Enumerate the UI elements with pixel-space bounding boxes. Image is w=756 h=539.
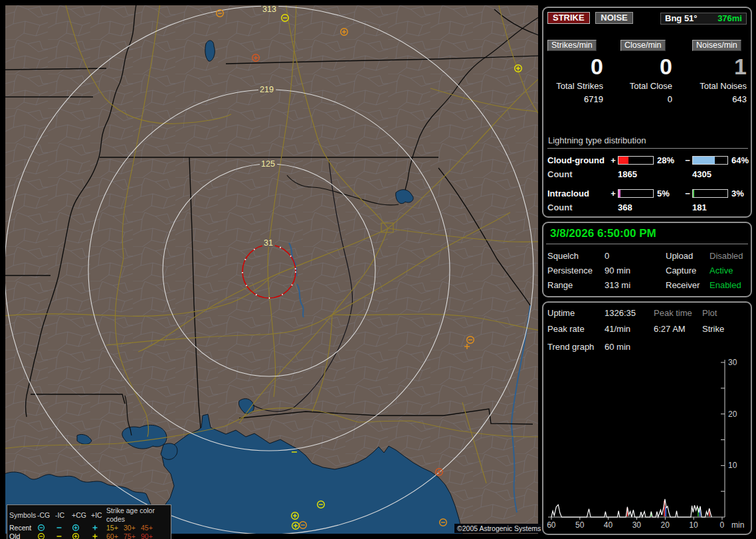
cg-pos-recent-icon bbox=[72, 524, 91, 532]
age-code: 90+ bbox=[141, 532, 158, 539]
lightning-distribution: Lightning type distribution Cloud-ground… bbox=[547, 135, 748, 215]
capture-status: Active bbox=[709, 266, 747, 275]
counters-panel: STRIKE NOISE Bng 51° 376mi Strikes/min 0… bbox=[542, 7, 752, 218]
ic-pos-old-icon bbox=[91, 532, 106, 539]
ic-neg-recent-icon bbox=[55, 524, 72, 532]
cg-neg-old-icon bbox=[37, 532, 55, 539]
svg-text:40: 40 bbox=[604, 520, 613, 530]
noises-per-min-value: 1 bbox=[674, 54, 748, 78]
cg-neg-recent-icon bbox=[37, 524, 55, 532]
total-close-label: Total Close bbox=[605, 81, 674, 91]
close-per-min-label: Close/min bbox=[620, 40, 666, 51]
svg-text:30: 30 bbox=[632, 520, 642, 530]
age-code: 60+ bbox=[106, 532, 124, 539]
strike-toggle-button[interactable]: STRIKE bbox=[547, 12, 590, 24]
bearing-value: Bng 51° bbox=[665, 13, 698, 23]
cg-neg-count: 4305 bbox=[692, 169, 748, 179]
svg-text:10: 10 bbox=[728, 461, 737, 470]
svg-text:10: 10 bbox=[689, 520, 698, 530]
minus-sign: − bbox=[683, 189, 692, 198]
legend-row-old-label: Old bbox=[9, 532, 37, 539]
range-value: 313 mi bbox=[605, 280, 666, 290]
ic-pos-count: 368 bbox=[618, 202, 683, 212]
total-strikes-value: 6719 bbox=[547, 94, 605, 104]
cg-pos-old-icon bbox=[72, 532, 91, 539]
distribution-title: Lightning type distribution bbox=[547, 135, 748, 149]
plus-sign: + bbox=[609, 155, 618, 165]
svg-text:min: min bbox=[731, 520, 744, 530]
svg-text:20: 20 bbox=[661, 520, 670, 530]
svg-text:31: 31 bbox=[264, 238, 273, 248]
map-legend: Symbols -CG -IC +CG +IC Strike age color… bbox=[7, 504, 171, 539]
age-code: 15+ bbox=[106, 524, 124, 532]
svg-text:0: 0 bbox=[720, 520, 725, 530]
legend-header-ic-pos: +IC bbox=[91, 511, 106, 520]
intracloud-label: Intracloud bbox=[547, 189, 609, 198]
ic-pos-percent: 5% bbox=[654, 189, 683, 198]
total-noises-value: 643 bbox=[674, 94, 748, 104]
ic-neg-count: 181 bbox=[692, 202, 748, 212]
ic-pos-recent-icon bbox=[91, 524, 106, 532]
bearing-readout: Bng 51° 376mi bbox=[660, 13, 747, 25]
lake-pickwick bbox=[205, 40, 215, 61]
cg-pos-bar bbox=[618, 156, 654, 165]
cg-pos-count: 1865 bbox=[618, 169, 683, 179]
cloud-ground-label: Cloud-ground bbox=[547, 155, 609, 165]
app-window: { "app": { "copyright": "©2005 Astrogeni… bbox=[0, 0, 756, 539]
session-panel: Uptime 1326:35 Peak time Plot Peak rate … bbox=[542, 301, 752, 535]
cg-neg-bar bbox=[692, 156, 728, 165]
persistence-label: Persistence bbox=[547, 266, 605, 275]
status-panel: 3/8/2026 6:50:00 PM Squelch 0 Upload Dis… bbox=[542, 222, 752, 297]
svg-text:20: 20 bbox=[728, 410, 737, 419]
range-label: Range bbox=[547, 280, 605, 290]
total-close-value: 0 bbox=[605, 94, 674, 104]
legend-row-recent-label: Recent bbox=[9, 524, 37, 532]
noises-column: Noises/min 1 Total Noises 643 bbox=[674, 40, 748, 104]
svg-text:125: 125 bbox=[261, 159, 275, 169]
persistence-value: 90 min bbox=[605, 266, 666, 275]
cg-pos-percent: 28% bbox=[654, 155, 683, 165]
age-code: 45+ bbox=[141, 524, 158, 532]
close-per-min-value: 0 bbox=[605, 54, 674, 78]
upload-label: Upload bbox=[666, 251, 709, 261]
strikes-per-min-label: Strikes/min bbox=[547, 40, 597, 51]
ic-neg-percent: 3% bbox=[728, 189, 748, 198]
lightning-map[interactable]: 31321912531 Symbols -CG -IC +CG +IC Stri… bbox=[5, 5, 538, 534]
legend-header-cg-neg: -CG bbox=[37, 511, 55, 520]
squelch-value: 0 bbox=[605, 251, 666, 261]
copyright-notice: ©2005 Astrogenic Systems bbox=[454, 524, 543, 533]
minus-sign: − bbox=[683, 155, 692, 165]
ic-pos-bar bbox=[618, 189, 654, 198]
age-code: 75+ bbox=[124, 532, 141, 539]
legend-header-cg-pos: +CG bbox=[72, 511, 91, 520]
svg-text:30: 30 bbox=[728, 358, 737, 367]
ic-neg-old-icon bbox=[55, 532, 72, 539]
bearing-distance: 376mi bbox=[717, 13, 742, 23]
legend-header-symbols: Symbols bbox=[9, 511, 37, 520]
ic-neg-bar bbox=[692, 189, 728, 198]
svg-text:60: 60 bbox=[547, 520, 556, 530]
strikes-per-min-value: 0 bbox=[547, 54, 605, 78]
plus-sign: + bbox=[609, 189, 618, 198]
svg-text:50: 50 bbox=[575, 520, 585, 530]
legend-header-ic-neg: -IC bbox=[55, 511, 72, 520]
noises-per-min-label: Noises/min bbox=[692, 40, 741, 51]
lake-borgne bbox=[161, 443, 177, 459]
current-datetime: 3/8/2026 6:50:00 PM bbox=[546, 223, 748, 244]
close-column: Close/min 0 Total Close 0 bbox=[605, 40, 674, 104]
noise-toggle-button[interactable]: NOISE bbox=[595, 12, 632, 24]
strikes-column: Strikes/min 0 Total Strikes 6719 bbox=[547, 40, 605, 104]
trend-graph: 3020106050403020100min bbox=[543, 303, 753, 534]
cg-neg-percent: 64% bbox=[728, 155, 748, 165]
upload-status: Disabled bbox=[709, 251, 747, 261]
map-canvas: 31321912531 bbox=[5, 5, 538, 534]
legend-age-title: Strike age color codes bbox=[106, 506, 158, 524]
receiver-label: Receiver bbox=[666, 280, 709, 290]
receiver-status: Enabled bbox=[709, 280, 747, 290]
squelch-label: Squelch bbox=[547, 251, 605, 261]
svg-text:219: 219 bbox=[260, 85, 274, 94]
cg-count-label: Count bbox=[547, 169, 609, 179]
capture-label: Capture bbox=[666, 266, 709, 275]
age-code: 30+ bbox=[124, 524, 141, 532]
ic-count-label: Count bbox=[547, 202, 609, 212]
